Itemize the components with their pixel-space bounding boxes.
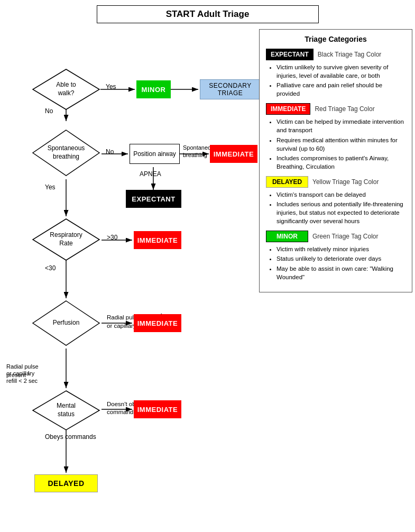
legend-title: Triage Categories xyxy=(266,35,405,43)
minor-bullet-1: Status unlikely to deteriorate over days xyxy=(276,254,405,263)
immediate-bullet-2: Includes compromises to patient's Airway… xyxy=(276,154,405,171)
immediate1-box: IMMEDIATE xyxy=(210,145,257,163)
minor-bullets: Victim with relatively minor injuries St… xyxy=(269,245,405,281)
legend-delayed-row: DELAYED Yellow Triage Tag Color xyxy=(266,176,405,188)
delayed-tag-label: Yellow Triage Tag Color xyxy=(312,178,379,186)
perfusion-diamond-label: Perfusion xyxy=(53,319,80,327)
yes-breath-label: Yes xyxy=(45,184,56,191)
yes-walk-label: Yes xyxy=(106,83,116,90)
no-walk-label: No xyxy=(45,107,53,115)
immediate4-box: IMMEDIATE xyxy=(134,400,181,418)
lt30-label: <30 xyxy=(45,264,56,272)
delayed-bullets: Victim's transport can be delayed Includ… xyxy=(269,190,405,225)
gt30-label: >30 xyxy=(107,234,117,241)
delayed-tag: DELAYED xyxy=(266,176,308,188)
legend-immediate-row: IMMEDIATE Red Triage Tag Color xyxy=(266,103,405,115)
no-breath-label: No xyxy=(106,148,114,155)
delayed-bullet-1: Includes serious and potentially life-th… xyxy=(276,200,405,225)
resp-diamond-label: Respiratory Rate xyxy=(50,231,82,247)
expectant-bullets: Victim unlikely to survive given severit… xyxy=(269,63,405,98)
walk-diamond: Able to walk? xyxy=(32,68,100,111)
resp-diamond: Respiratory Rate xyxy=(32,218,100,261)
legend-minor: MINOR Green Triage Tag Color Victim with… xyxy=(266,231,405,281)
immediate-tag-label: Red Triage Tag Color xyxy=(315,105,374,113)
expectant-box: EXPECTANT xyxy=(126,190,181,208)
minor-bullet-2: May be able to assist in own care: "Walk… xyxy=(276,264,405,281)
flowchart: Able to walk? Yes MINOR SECONDARY TRIAGE… xyxy=(5,29,264,532)
breath-diamond: Spontaneous breathing xyxy=(32,129,100,177)
obeys-label: Obeys commands xyxy=(45,433,96,441)
cap-refill-lt2-label: or capillary refill < 2 sec xyxy=(6,370,38,385)
minor-bullet-0: Victim with relatively minor injuries xyxy=(276,245,405,253)
expectant-bullet-1: Palliative care and pain relief should b… xyxy=(276,81,405,98)
delayed-bullet-0: Victim's transport can be delayed xyxy=(276,190,405,199)
page-title: START Adult Triage xyxy=(97,5,319,23)
immediate-tag: IMMEDIATE xyxy=(266,103,310,115)
perfusion-diamond: Perfusion xyxy=(32,300,100,346)
legend-minor-row: MINOR Green Triage Tag Color xyxy=(266,231,405,242)
breath-diamond-label: Spontaneous breathing xyxy=(48,144,85,161)
legend-delayed: DELAYED Yellow Triage Tag Color Victim's… xyxy=(266,176,405,225)
legend-panel: Triage Categories EXPECTANT Black Triage… xyxy=(259,29,412,292)
legend-expectant: EXPECTANT Black Triage Tag Color Victim … xyxy=(266,49,405,98)
minor-tag: MINOR xyxy=(266,231,308,242)
mental-diamond: Mental status xyxy=(32,390,100,431)
immediate3-box: IMMEDIATE xyxy=(134,314,181,332)
minor-tag-label: Green Triage Tag Color xyxy=(312,233,379,240)
mental-diamond-label: Mental status xyxy=(57,402,76,418)
walk-diamond-label: Able to walk? xyxy=(56,81,76,97)
legend-expectant-row: EXPECTANT Black Triage Tag Color xyxy=(266,49,405,60)
expectant-bullet-0: Victim unlikely to survive given severit… xyxy=(276,63,405,80)
immediate-bullet-1: Requires medical attention within minute… xyxy=(276,136,405,153)
main-container: START Adult Triage xyxy=(0,0,415,532)
delayed-box: DELAYED xyxy=(34,474,98,492)
immediate-bullets: Victim can be helped by immediate interv… xyxy=(269,117,405,171)
expectant-tag-label: Black Triage Tag Color xyxy=(318,51,382,58)
position-airway-box: Position airway xyxy=(130,144,180,164)
apnea-label: APNEA xyxy=(140,170,161,178)
immediate2-box: IMMEDIATE xyxy=(134,231,181,249)
secondary-triage-box: SECONDARY TRIAGE xyxy=(200,79,261,99)
minor-box: MINOR xyxy=(136,80,171,98)
legend-immediate: IMMEDIATE Red Triage Tag Color Victim ca… xyxy=(266,103,405,171)
immediate-bullet-0: Victim can be helped by immediate interv… xyxy=(276,117,405,134)
expectant-tag: EXPECTANT xyxy=(266,49,313,60)
